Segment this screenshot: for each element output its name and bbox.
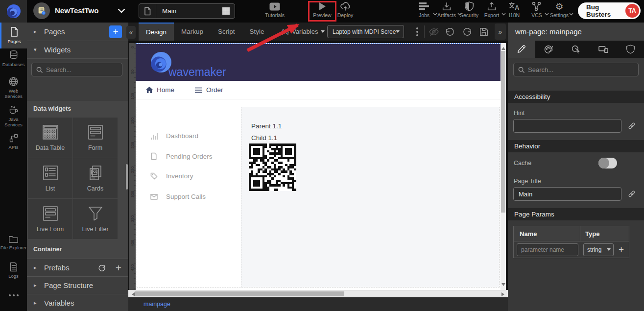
pages-grid-icon[interactable]	[222, 7, 230, 15]
pages-section-row[interactable]: ▸ Pages +	[27, 23, 128, 41]
menu-item-support-calls[interactable]: Support Calls	[150, 193, 206, 200]
param-type-select[interactable]: string	[583, 243, 614, 256]
hint-field[interactable]	[513, 119, 621, 133]
wavemaker-logo[interactable]	[0, 0, 27, 23]
rail-more-button[interactable]	[0, 294, 27, 296]
brand-text[interactable]: wavemaker	[168, 66, 226, 79]
scroll-up-arrow[interactable]	[501, 45, 505, 50]
undo-button[interactable]	[444, 26, 456, 38]
project-chevron-down-icon[interactable]	[118, 8, 125, 13]
redo-button[interactable]	[461, 26, 473, 38]
rail-item-pages[interactable]: Pages	[0, 23, 27, 48]
svg-text:A: A	[515, 4, 520, 11]
canvas-toolbar: Design Markup Script Style {x} Variables…	[128, 23, 508, 41]
rail-item-databases[interactable]: Databases	[0, 49, 27, 67]
tutorials-button[interactable]: Tutorials	[261, 1, 288, 22]
expand-panel-button[interactable]: »	[495, 24, 506, 40]
tab-events[interactable]	[562, 41, 590, 58]
widget-tile-data-table[interactable]: Data Table	[28, 118, 72, 158]
settings-button[interactable]: ⚙ Settings	[549, 1, 570, 22]
devices-icon	[598, 45, 609, 54]
tile-label: Cards	[87, 185, 103, 192]
rail-item-web-services[interactable]: Web Services	[0, 76, 27, 99]
bind-page-title-link-icon[interactable]	[627, 190, 637, 199]
scroll-down-arrow[interactable]	[501, 283, 505, 288]
i18n-button[interactable]: A I18N	[504, 1, 524, 22]
widget-search[interactable]	[31, 63, 122, 76]
variables-row[interactable]: ▸ Variables	[27, 294, 128, 311]
prefabs-row[interactable]: ▸ Prefabs +	[27, 259, 128, 276]
canvas-vertical-scrollbar[interactable]	[501, 43, 506, 290]
tab-styles[interactable]	[535, 41, 563, 58]
properties-search[interactable]	[513, 63, 639, 76]
page-title-field[interactable]	[513, 187, 621, 201]
rail-item-apis[interactable]: APIs	[0, 133, 27, 150]
vertical-scroll-thumb[interactable]	[501, 51, 505, 213]
refresh-icon[interactable]	[98, 264, 106, 272]
tab-style[interactable]: Style	[242, 23, 272, 41]
scroll-left-arrow[interactable]	[130, 292, 135, 296]
team-button[interactable]: Bug Busters TA	[578, 2, 641, 19]
add-prefab-button[interactable]: +	[116, 262, 121, 274]
rail-item-java-services[interactable]: Java Services	[0, 105, 27, 127]
rail-item-logs[interactable]: Logs	[0, 262, 27, 279]
rail-item-file-explorer[interactable]: File Explorer	[0, 235, 27, 250]
variables-dropdown[interactable]: {x} Variables	[282, 23, 325, 41]
export-button[interactable]: Export	[481, 1, 502, 22]
widget-search-input[interactable]	[46, 66, 122, 73]
section-page-params[interactable]: Page Params	[508, 208, 644, 220]
menu-item-pending-orders[interactable]: Pending Orders	[150, 152, 213, 160]
jobs-button[interactable]: Jobs	[414, 1, 434, 22]
qr-code[interactable]	[249, 144, 296, 191]
status-tab-mainpage[interactable]: mainpage	[143, 301, 170, 308]
widgets-section-row[interactable]: ▾ Widgets	[27, 41, 128, 59]
widget-tile-list[interactable]: List	[28, 158, 72, 198]
section-behavior[interactable]: Behavior	[508, 140, 644, 152]
child-label-widget[interactable]: Child 1.1	[251, 134, 277, 142]
section-accessibility[interactable]: Accessibility	[508, 91, 644, 103]
parent-label-widget[interactable]: Parent 1.1	[251, 122, 282, 130]
widget-tile-live-filter[interactable]: Live Filter	[73, 199, 118, 239]
save-icon[interactable]	[478, 26, 490, 38]
bind-hint-link-icon[interactable]	[627, 121, 637, 131]
cache-toggle[interactable]	[598, 158, 617, 168]
widget-tile-live-form[interactable]: Live Form	[28, 199, 72, 239]
group-container: Container	[27, 240, 128, 259]
hide-outlines-button[interactable]	[428, 26, 440, 38]
device-selector[interactable]: Laptop with MDPI Screen	[327, 25, 404, 38]
vcs-button[interactable]: VCS	[528, 1, 546, 22]
kebab-menu[interactable]	[411, 26, 423, 38]
left-panel-scrollbar[interactable]	[126, 164, 128, 190]
widget-tile-form[interactable]: Form	[73, 118, 118, 158]
widget-tile-cards[interactable]: Cards	[73, 158, 118, 198]
deploy-button[interactable]: Deploy	[334, 1, 357, 22]
add-param-button[interactable]: +	[619, 244, 624, 255]
tab-design[interactable]: Design	[139, 23, 174, 41]
page-structure-row[interactable]: ▸ Page Structure	[27, 276, 128, 294]
tab-security[interactable]	[617, 41, 644, 58]
properties-search-input[interactable]	[528, 66, 638, 73]
menu-item-dashboard[interactable]: Dashboard	[150, 132, 198, 140]
scroll-right-arrow[interactable]	[501, 292, 506, 296]
avatar[interactable]: TA	[625, 4, 639, 18]
tab-script[interactable]: Script	[211, 23, 242, 41]
preview-button[interactable]: Preview	[310, 1, 334, 22]
page-nav-widget[interactable]: Home Order	[136, 81, 501, 99]
tab-devices[interactable]	[590, 41, 617, 58]
nav-item-home[interactable]: Home	[146, 86, 174, 94]
nav-item-order[interactable]: Order	[195, 86, 223, 94]
param-name-input[interactable]	[517, 243, 578, 256]
horizontal-scroll-thumb[interactable]	[135, 291, 344, 296]
tab-properties[interactable]	[508, 41, 535, 58]
project-avatar-icon[interactable]	[33, 2, 50, 19]
security-button[interactable]: Security	[458, 1, 480, 22]
page-header-widget[interactable]: wavemaker	[136, 44, 501, 81]
menu-item-inventory[interactable]: Inventory	[150, 172, 193, 180]
design-canvas-page[interactable]: wavemaker Home Order Dashboard Pending O…	[136, 43, 501, 290]
tab-markup[interactable]: Markup	[174, 23, 211, 41]
collapse-panel-button[interactable]: «	[126, 26, 136, 39]
page-selector[interactable]: Main	[139, 3, 235, 19]
artifacts-button[interactable]: Artifacts	[435, 1, 458, 22]
add-page-button[interactable]: +	[109, 25, 122, 38]
canvas-horizontal-scrollbar[interactable]	[128, 290, 508, 297]
